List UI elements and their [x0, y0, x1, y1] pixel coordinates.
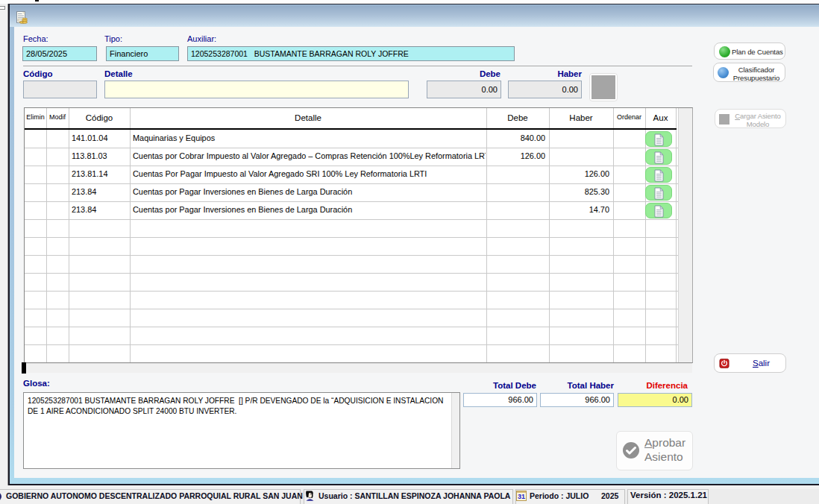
svg-text:31: 31 — [518, 493, 525, 500]
